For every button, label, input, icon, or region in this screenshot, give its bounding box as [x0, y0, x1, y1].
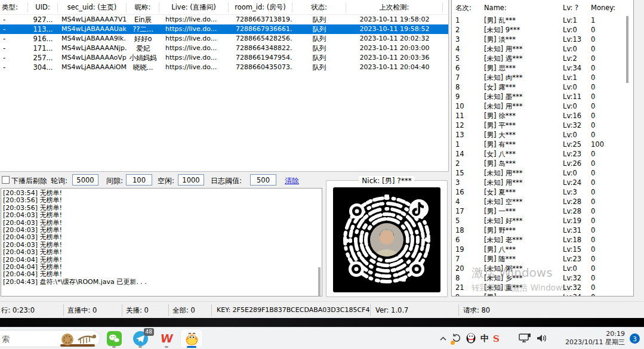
viewer-name: [男] 徐***: [480, 111, 559, 121]
tray-sogou-icon[interactable]: S: [493, 333, 500, 344]
ranking-row[interactable]: 16 [女] 夏*** Lv:3 0: [452, 187, 633, 197]
ranking-row[interactable]: 1 [男] 有*** Lv:25 100: [452, 140, 633, 149]
table-row[interactable]: - 171... MS4wLjABAAAANjp... 爱妃 https://l…: [0, 44, 448, 53]
ranking-row[interactable]: 3 [未知] 用*** Lv:24 0: [452, 178, 633, 187]
cell-uid: 171...: [28, 44, 58, 53]
ranking-row[interactable]: 11 [男] 徐*** Lv:16 0: [452, 111, 633, 121]
viewer-level: Lv:13: [559, 35, 587, 44]
col-header-last-check[interactable]: 上次检测:: [346, 2, 443, 13]
wps-icon[interactable]: W: [159, 331, 174, 346]
poll-interval-input[interactable]: [72, 174, 98, 186]
tray-speaker-icon[interactable]: [536, 333, 547, 345]
key-status: KEY: 2F5E289F1B837BCECDABA03D3C185CF4: [212, 304, 371, 316]
ranking-row[interactable]: 5 [未知] 好*** Lv:19 0: [452, 216, 633, 226]
ranking-row[interactable]: 19 [男] 八*** Lv:15 0: [452, 245, 633, 254]
ranking-row[interactable]: 20 [未知] 粥*** Lv:0 0: [452, 264, 633, 273]
notification-count-badge[interactable]: 3: [630, 333, 640, 344]
ranking-row[interactable]: 1 [男] 乱*** Lv:1 1: [452, 16, 633, 25]
ranking-row[interactable]: 2 [未知] 9*** Lv:0 0: [452, 25, 633, 35]
ranking-row[interactable]: 14 [女] 八*** Lv:23 0: [452, 149, 633, 159]
col-header-room-id[interactable]: room_id: (房号): [229, 2, 292, 13]
col-header-status[interactable]: 状态:: [292, 2, 346, 13]
ranking-row[interactable]: 8 [未知] 乡*** Lv:32 0: [452, 273, 633, 283]
viewer-level: Lv:18: [559, 235, 587, 245]
clear-log-link[interactable]: 清除: [285, 176, 299, 186]
viewer-name: [未知] 用***: [480, 178, 559, 187]
ranking-row[interactable]: 10 [未知] 用*** Lv:0 0: [452, 101, 633, 111]
cell-status: 队列: [292, 44, 346, 53]
ranking-row[interactable]: 12 [男] 平*** Lv:32 0: [452, 121, 633, 130]
tray-network-icon[interactable]: [519, 333, 532, 345]
ranking-row[interactable]: 8 [女] 露*** Lv:0 0: [452, 82, 633, 92]
nick-panel: Nick: [男] ?***: [326, 180, 448, 297]
col-header-uid[interactable]: UID:: [28, 2, 58, 13]
log-threshold-input[interactable]: [250, 174, 276, 186]
remove-after-offline-checkbox[interactable]: [2, 176, 10, 184]
cell-status: 队列: [292, 53, 346, 63]
col-header-nick[interactable]: 昵称:: [127, 2, 159, 13]
tray-qq-icon[interactable]: [466, 332, 476, 345]
tray-chevron-up-icon[interactable]: [439, 335, 447, 343]
request-count-status: 请求: 80: [459, 304, 644, 316]
col-header-live[interactable]: Live: (直播间): [159, 2, 229, 13]
ranking-scrollbar[interactable]: [626, 16, 628, 83]
rank-value: 1: [452, 140, 480, 149]
ranking-row[interactable]: 21 [未知] 重*** Lv:32 0: [452, 283, 633, 292]
col-header-sec-uid[interactable]: sec_uid: (主页): [58, 2, 127, 13]
ranking-row[interactable]: 17 [男] 一*** Lv:28 0: [452, 206, 633, 216]
rank-value: 19: [452, 245, 480, 254]
viewer-level: Lv:24: [559, 178, 587, 187]
cell-status: 队列: [292, 34, 346, 44]
viewer-name: [未知] 重***: [480, 283, 559, 292]
ranking-row[interactable]: 9 [男] Lv:34 0: [452, 292, 633, 296]
table-row[interactable]: - 927... MS4wLjABAAAA7V1... Ein辰 https:/…: [0, 15, 448, 24]
tray-sync-icon[interactable]: [451, 333, 461, 345]
ranking-row[interactable]: 18 [男] 野*** Lv:31 0: [452, 226, 633, 235]
viewer-money: 100: [587, 140, 623, 149]
table-row[interactable]: - 916... MS4wLjABAAAA9lk... 好好o https://…: [0, 34, 448, 44]
viewer-name: [未知] 空***: [480, 197, 559, 206]
ranking-row[interactable]: 7 [未知] 肉*** Lv:1 0: [452, 73, 633, 82]
rank-value: 1: [452, 16, 480, 25]
ranking-row[interactable]: 5 [未知] 遇*** Lv:2 0: [452, 54, 633, 63]
ranking-row[interactable]: 3 [男] 淡*** Lv:13 0: [452, 35, 633, 44]
taskbar-clock[interactable]: 20:19 2023/10/11 星期三: [565, 330, 625, 347]
viewer-money: 0: [587, 187, 623, 197]
table-row[interactable]: - 113... MS4wLjABAAAAUak... ??二... https…: [0, 24, 448, 34]
table-row[interactable]: - 257... MS4wLjABAAAAoVp... 小娟妈妈 https:/…: [0, 53, 448, 63]
runtime-status: 行: 0:23:0: [0, 304, 64, 316]
viewer-name: [未知] 用***: [480, 168, 559, 178]
taskbar-search-box[interactable]: 索: [0, 330, 100, 347]
telegram-icon[interactable]: 48: [133, 331, 148, 346]
ranking-list[interactable]: 1 [男] 乱*** Lv:1 1 2 [未知] 9*** Lv:0 0 3 […: [452, 16, 633, 296]
col-header-type[interactable]: 类型:: [0, 2, 28, 13]
ranking-row[interactable]: 4 [未知] 空*** Lv:28 0: [452, 197, 633, 206]
total-count-status: 全部: 0: [169, 304, 212, 316]
rank-value: 11: [452, 111, 480, 121]
controls-row: 下播后剔除 轮询: 间隙: 空闲: 日志阈值: 清除: [0, 174, 322, 188]
gap-input[interactable]: [126, 174, 152, 186]
ranking-row[interactable]: 6 [未知] 老*** Lv:18 0: [452, 235, 633, 245]
ranking-row[interactable]: 7 [男] 随*** Lv:23 0: [452, 254, 633, 264]
rank-col-header: 名次:: [452, 4, 480, 13]
idle-input[interactable]: [178, 174, 204, 186]
viewer-name: [男] 思***: [480, 63, 559, 73]
wechat-icon[interactable]: [106, 331, 122, 346]
viewer-money: 0: [587, 111, 623, 121]
nick-panel-title: Nick: [男] ?***: [359, 176, 414, 186]
viewer-name: [男] 有***: [480, 140, 559, 149]
ranking-row[interactable]: 6 [男] 思*** Lv:34 0: [452, 63, 633, 73]
table-row[interactable]: - 304... MS4wLjABAAAAiOM... 晓晓... https:…: [0, 63, 448, 72]
log-output[interactable]: [20:03:54] 无榜单! [20:03:56] 无榜单! [20:03:5…: [1, 188, 322, 297]
ranking-row[interactable]: 15 [未知] 用*** Lv:0 0: [452, 168, 633, 178]
ranking-row[interactable]: 2 [男] 岛*** Lv:26 0: [452, 159, 633, 168]
log-scrollbar[interactable]: [318, 267, 321, 296]
ranking-header: 名次: Name: Lv: ? Money:: [452, 0, 633, 16]
ranking-row[interactable]: 9 [未知] 墨*** Lv:11 0: [452, 92, 633, 101]
viewer-name: [女] 露***: [480, 82, 559, 92]
tray-ime-icon[interactable]: 中: [480, 333, 489, 344]
viewer-level: Lv:2: [559, 54, 587, 63]
ranking-row[interactable]: 4 [未知] 用*** Lv:0 0: [452, 44, 633, 54]
ranking-row[interactable]: 13 [男] 大*** Lv:0 0: [452, 130, 633, 140]
active-app-icon[interactable]: [184, 331, 199, 347]
